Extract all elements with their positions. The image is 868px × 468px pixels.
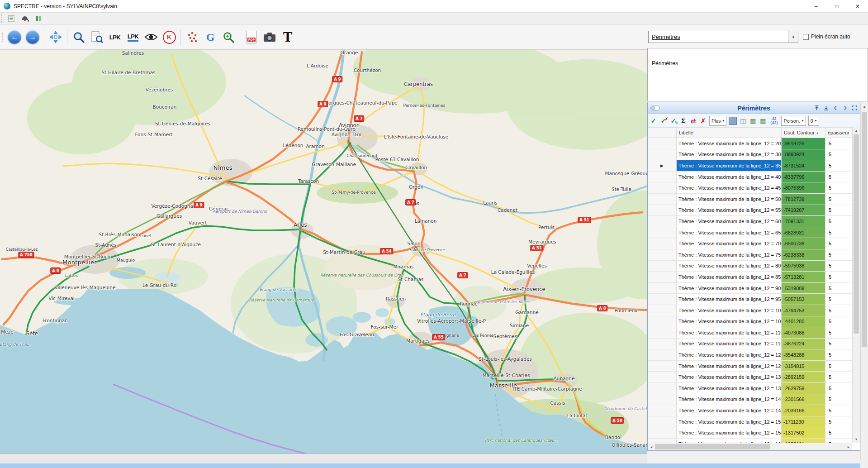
cell-epaisseur[interactable]: 5: [825, 160, 852, 172]
cell-epaisseur[interactable]: 5: [825, 249, 852, 261]
scroll-bottom-icon[interactable]: [823, 105, 829, 111]
prev-icon[interactable]: [833, 105, 839, 111]
cell-libelle[interactable]: Thème : Vitesse maximum de la ligne_12 =…: [677, 261, 782, 272]
cell-libelle[interactable]: Thème : Vitesse maximum de la ligne_12 =…: [677, 349, 782, 361]
cell-libelle[interactable]: Thème : Vitesse maximum de la ligne_12 =…: [677, 182, 782, 194]
cell-epaisseur[interactable]: 5: [825, 205, 852, 216]
export-grid-icon[interactable]: ▦: [749, 116, 757, 125]
row-indicator[interactable]: [648, 327, 677, 339]
row-indicator[interactable]: [648, 294, 677, 305]
cell-contour-color[interactable]: -7419267: [782, 205, 825, 216]
cell-contour-color[interactable]: -8993924: [782, 149, 825, 161]
grid-header[interactable]: Périmètres: [648, 102, 860, 114]
table-row[interactable]: Thème : Vitesse maximum de la ligne_12 =…: [648, 394, 860, 406]
cell-libelle[interactable]: Thème : Vitesse maximum de la ligne_12 =…: [677, 272, 782, 283]
cell-contour-color[interactable]: -2629759: [782, 383, 825, 394]
cell-contour-color[interactable]: -8731524: [782, 160, 825, 172]
table-row[interactable]: Thème : Vitesse maximum de la ligne_12 =…: [648, 227, 860, 239]
close-button[interactable]: ✕: [847, 0, 868, 12]
cell-libelle[interactable]: Thème : Vitesse maximum de la ligne_12 =…: [677, 227, 782, 239]
cell-epaisseur[interactable]: 5: [825, 261, 852, 272]
forward-button[interactable]: →: [24, 28, 41, 46]
zoom-button[interactable]: [71, 28, 87, 46]
row-indicator[interactable]: [648, 416, 677, 428]
cell-epaisseur[interactable]: 5: [825, 227, 852, 239]
table-row[interactable]: Thème : Vitesse maximum de la ligne_12 =…: [648, 339, 860, 350]
k-logo-button[interactable]: K: [161, 28, 177, 46]
sheet-list-icon[interactable]: [6, 13, 18, 24]
row-indicator[interactable]: [648, 216, 677, 227]
cell-contour-color[interactable]: -6238338: [782, 249, 825, 261]
table-row[interactable]: Thème : Vitesse maximum de la ligne_12 =…: [648, 249, 860, 261]
table-row[interactable]: Thème : Vitesse maximum de la ligne_12 =…: [648, 372, 860, 383]
fullscreen-auto-checkbox[interactable]: Plein écran auto: [803, 33, 850, 40]
sum-icon[interactable]: Σ: [679, 116, 687, 125]
row-indicator[interactable]: [648, 194, 677, 205]
google-button[interactable]: G: [202, 28, 218, 46]
row-indicator[interactable]: [648, 238, 677, 249]
row-indicator[interactable]: [648, 316, 677, 328]
row-indicator[interactable]: [648, 372, 677, 383]
cell-libelle[interactable]: Thème : Vitesse maximum de la ligne_12 =…: [677, 205, 782, 216]
export-grid-icon-2[interactable]: ▦: [759, 116, 767, 125]
cell-contour-color[interactable]: -4401280: [782, 316, 825, 328]
grid-vertical-scrollbar[interactable]: ▲ ▼: [852, 127, 860, 443]
color-swatch[interactable]: [729, 117, 737, 125]
scroll-left-arrow[interactable]: ◄: [648, 445, 655, 449]
view-selector-combo[interactable]: Périmètres ▾: [648, 31, 798, 43]
table-row[interactable]: Thème : Vitesse maximum de la ligne_12 =…: [648, 149, 860, 161]
table-row[interactable]: Thème : Vitesse maximum de la ligne_12 =…: [648, 294, 860, 305]
cell-contour-color[interactable]: -8337796: [782, 172, 825, 183]
row-indicator[interactable]: [648, 427, 677, 439]
toolbar-gripper-2[interactable]: [2, 33, 5, 42]
table-row[interactable]: Thème : Vitesse maximum de la ligne_12 =…: [648, 216, 860, 227]
cell-epaisseur[interactable]: 5: [825, 149, 852, 161]
cell-libelle[interactable]: Thème : Vitesse maximum de la ligne_12 =…: [677, 160, 782, 172]
announce-icon[interactable]: [19, 13, 31, 24]
scroll-top-icon[interactable]: [814, 105, 820, 111]
row-indicator[interactable]: [648, 182, 677, 194]
table-row[interactable]: Thème : Vitesse maximum de la ligne_12 =…: [648, 427, 860, 439]
row-indicator[interactable]: [648, 283, 677, 294]
cell-epaisseur[interactable]: 5: [825, 339, 852, 350]
table-row[interactable]: Thème : Vitesse maximum de la ligne_12 =…: [648, 172, 860, 183]
cell-epaisseur[interactable]: 5: [825, 272, 852, 283]
cell-epaisseur[interactable]: 5: [825, 216, 852, 227]
table-row[interactable]: Thème : Vitesse maximum de la ligne_12 =…: [648, 416, 860, 428]
cell-contour-color[interactable]: -7812739: [782, 194, 825, 205]
row-indicator[interactable]: [648, 394, 677, 406]
cell-contour-color[interactable]: -6828931: [782, 227, 825, 239]
cell-epaisseur[interactable]: 5: [825, 172, 852, 183]
edit-check-icon[interactable]: ✓✎: [669, 116, 677, 125]
table-row[interactable]: Thème : Vitesse maximum de la ligne_12 =…: [648, 283, 860, 294]
cell-epaisseur[interactable]: 5: [825, 283, 852, 294]
table-row[interactable]: Thème : Vitesse maximum de la ligne_12 =…: [648, 316, 860, 328]
cell-epaisseur[interactable]: 5: [825, 305, 852, 316]
layers-listbox[interactable]: Périmètres: [647, 48, 868, 101]
cell-contour-color[interactable]: -8075396: [782, 182, 825, 194]
cell-libelle[interactable]: Thème : Vitesse maximum de la ligne_12 =…: [677, 394, 782, 406]
table-row[interactable]: Thème : Vitesse maximum de la ligne_12 =…: [648, 405, 860, 416]
maximize-button[interactable]: □: [826, 0, 847, 12]
row-indicator[interactable]: [648, 361, 677, 372]
table-row[interactable]: Thème : Vitesse maximum de la ligne_12 =…: [648, 349, 860, 361]
cell-contour-color[interactable]: -5319809: [782, 283, 825, 294]
row-indicator[interactable]: [648, 205, 677, 216]
cell-libelle[interactable]: Thème : Vitesse maximum de la ligne_12 =…: [677, 249, 782, 261]
row-indicator[interactable]: ▶: [648, 160, 677, 172]
cell-epaisseur[interactable]: 5: [825, 416, 852, 428]
validate-cancel-icon[interactable]: ✓✗: [659, 116, 667, 125]
cell-contour-color[interactable]: -3154815: [782, 361, 825, 372]
grid-horizontal-scrollbar[interactable]: ◄ ►: [648, 443, 852, 450]
cell-contour-color[interactable]: -9518725: [782, 138, 825, 149]
green-columns-icon[interactable]: [33, 13, 45, 24]
table-row[interactable]: Thème : Vitesse maximum de la ligne_12 =…: [648, 272, 860, 283]
cell-libelle[interactable]: Thème : Vitesse maximum de la ligne_12 =…: [677, 138, 782, 149]
table-row[interactable]: Thème : Vitesse maximum de la ligne_12 =…: [648, 305, 860, 316]
cell-libelle[interactable]: Thème : Vitesse maximum de la ligne_12 =…: [677, 216, 782, 227]
win-scroll-thumb[interactable]: [862, 112, 867, 347]
checkbox-icon[interactable]: [803, 34, 809, 40]
table-row[interactable]: Thème : Vitesse maximum de la ligne_12 =…: [648, 361, 860, 372]
row-indicator[interactable]: [648, 383, 677, 394]
cell-epaisseur[interactable]: 5: [825, 372, 852, 383]
